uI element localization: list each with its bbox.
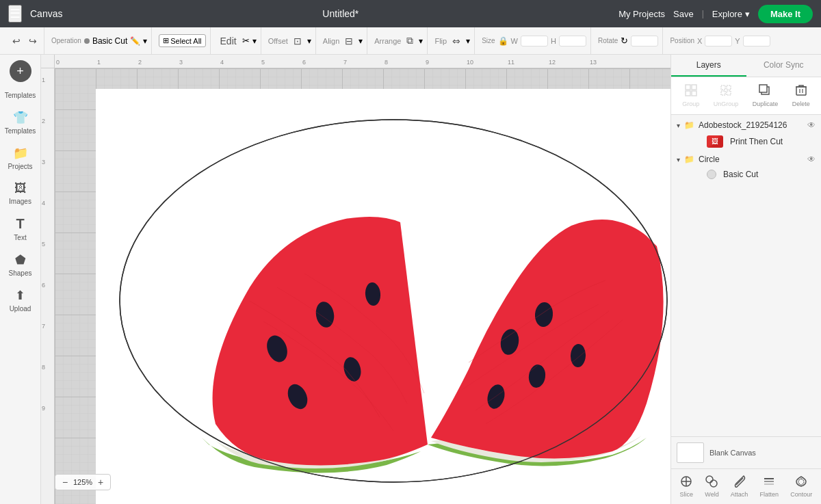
tab-layers[interactable]: Layers [671,55,746,77]
sidebar-item-shapes[interactable]: ⬟ Shapes [3,248,38,281]
make-it-button[interactable]: Make It [758,5,813,23]
svg-text:1: 1 [97,59,101,66]
toolbar: ↩ ↪ Operation Basic Cut ✏️ ▾ ⊞ Select Al… [0,27,821,55]
chevron-down-icon[interactable]: ▾ [677,156,680,163]
group-button[interactable]: Group [678,81,703,110]
save-button[interactable]: Save [673,9,694,19]
delete-icon [795,84,807,99]
pos-y-input[interactable] [743,36,770,47]
ellipse-container[interactable] [109,103,670,499]
zoom-out-button[interactable]: − [60,477,70,488]
flatten-button[interactable]: Flatten [756,473,783,500]
layers-content: ▾ 📁 Adobestock_219254126 👁 🖼 Print Then … [671,115,821,436]
layer-group-adobestock: ▾ 📁 Adobestock_219254126 👁 🖼 Print Then … [671,118,821,150]
flip-label: Flip [434,37,447,45]
chevron-down-icon: ▾ [466,36,470,46]
undo-button[interactable]: ↩ [10,34,23,48]
layer-row-print-then-cut[interactable]: 🖼 Print Then Cut [688,133,821,150]
svg-rect-38 [692,91,696,96]
chevron-down-icon[interactable]: ▾ [677,122,680,129]
duplicate-button[interactable]: Duplicate [748,81,783,110]
text-icon: T [16,216,24,232]
panel-toolbar: Group UnGroup Duplicate Delete [671,77,821,115]
topbar-right: My Projects Save | Explore ▾ Make It [618,5,813,23]
topbar: ☰ Canvas Untitled* My Projects Save | Ex… [0,0,821,27]
ruler-top: 0 1 2 3 4 5 6 7 8 9 10 11 12 13 [55,55,670,68]
contour-button[interactable]: Contour [786,473,816,500]
layer-row-adobestock[interactable]: ▾ 📁 Adobestock_219254126 👁 [671,118,821,133]
ungroup-button[interactable]: UnGroup [709,81,743,110]
layer-group-circle: ▾ 📁 Circle 👁 Basic Cut [671,152,821,182]
svg-rect-41 [721,91,725,95]
svg-text:7: 7 [343,59,347,66]
tab-color-sync[interactable]: Color Sync [746,55,822,77]
svg-text:4: 4 [42,200,45,207]
chevron-down-icon: ▾ [419,36,423,46]
folder-icon: 📁 [684,120,694,130]
zoom-in-button[interactable]: + [95,477,106,488]
svg-text:5: 5 [42,241,45,248]
toolbar-arrange: Arrange ⧉ ▾ [370,27,428,54]
svg-rect-40 [727,85,731,90]
align-label: Align [323,37,339,45]
size-w-input[interactable] [521,36,548,47]
new-button[interactable]: + [10,60,31,82]
layer-row-circle[interactable]: ▾ 📁 Circle 👁 [671,152,821,167]
pos-x-input[interactable] [705,36,732,47]
zoom-controls: − 125% + [55,474,111,490]
attach-icon [733,475,746,490]
weld-button[interactable]: Weld [701,473,722,500]
svg-rect-37 [686,91,690,96]
layer-row-basic-cut[interactable]: Basic Cut [688,167,821,182]
zoom-value: 125% [73,478,92,486]
folder-icon: 📁 [684,155,694,164]
select-all-icon: ⊞ [163,36,169,45]
toolbar-size: Size 🔒 W H [478,27,591,54]
svg-rect-35 [686,85,690,90]
svg-text:8: 8 [385,59,388,66]
pos-y-label: Y [735,37,740,45]
menu-button[interactable]: ☰ [8,5,22,23]
offset-button[interactable]: ⊡ [291,34,304,48]
layer-sub-circle: Basic Cut [671,167,821,182]
attach-button[interactable]: Attach [727,473,753,500]
delete-button[interactable]: Delete [788,81,814,110]
pos-x-label: X [697,37,702,45]
pencil-icon: ✏️ [130,36,140,46]
redo-button[interactable]: ↪ [26,34,40,48]
layer-name-print-then-cut: Print Then Cut [730,137,816,146]
arrange-button[interactable]: ⧉ [404,34,416,48]
rotate-input[interactable] [631,36,658,47]
templates-icon: 👕 [13,110,28,125]
canvas-viewport[interactable] [55,68,670,504]
svg-text:3: 3 [179,59,183,66]
sidebar-item-upload[interactable]: ⬆ Upload [3,284,38,317]
sidebar-item-projects[interactable]: 📁 Projects [3,142,38,174]
sidebar-item-text[interactable]: T Text [3,212,38,246]
eye-icon[interactable]: 👁 [807,120,816,130]
eye-icon[interactable]: 👁 [807,155,816,164]
svg-rect-44 [759,85,767,92]
canvas-area[interactable]: 0 1 2 3 4 5 6 7 8 9 10 11 12 13 [41,55,670,504]
print-then-cut-icon: 🖼 [707,135,723,148]
basic-cut-circle-icon [707,170,716,179]
my-projects-button[interactable]: My Projects [618,9,665,19]
toolbar-flip: Flip ⇔ ▾ [430,27,475,54]
sidebar-item-images[interactable]: 🖼 Images [3,177,38,209]
ungroup-icon [720,84,732,99]
select-all-button[interactable]: ⊞ Select All [159,34,205,47]
size-h-input[interactable] [559,36,586,47]
edit-button[interactable]: Edit [218,34,239,48]
rotate-label: Rotate [598,38,618,44]
flip-button[interactable]: ⇔ [449,34,463,48]
divider: | [702,9,704,18]
svg-text:10: 10 [467,59,473,66]
sidebar-item-templates[interactable]: 👕 Templates [3,106,38,139]
blank-canvas-section: Blank Canvas [671,436,821,468]
offset-label: Offset [268,37,288,45]
align-button[interactable]: ⊟ [342,34,356,48]
group-icon [685,84,697,99]
slice-button[interactable]: Slice [676,473,698,500]
explore-button[interactable]: Explore ▾ [712,9,750,19]
operation-select[interactable]: Basic Cut ✏️ ▾ [84,36,147,46]
